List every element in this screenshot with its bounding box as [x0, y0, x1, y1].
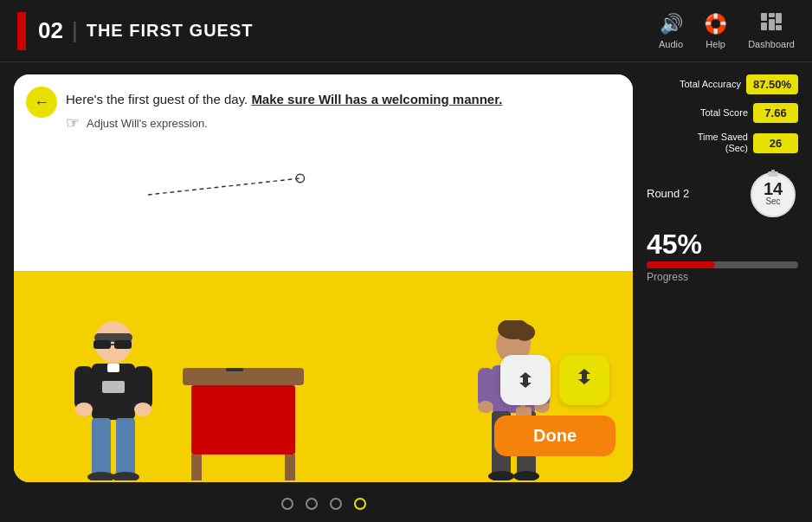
svg-point-21 [87, 472, 115, 480]
gaze-line [148, 169, 313, 221]
expression-down-button[interactable] [500, 355, 551, 405]
main-instruction: Here's the first guest of the day. Make … [66, 90, 615, 108]
svg-rect-25 [191, 385, 295, 454]
accuracy-label: Total Accuracy [647, 79, 741, 90]
progress-bar-fill [647, 261, 715, 268]
audio-icon: 🔊 [660, 13, 683, 35]
svg-point-17 [75, 403, 93, 416]
svg-marker-46 [519, 376, 532, 388]
right-panel: Total Accuracy 87.50% Total Score 7.66 T… [647, 74, 798, 513]
svg-rect-11 [114, 340, 132, 349]
svg-rect-4 [769, 19, 775, 30]
timer-row: Round 2 14 Sec [647, 168, 798, 218]
accuracy-row: Total Accuracy 87.50% [647, 74, 798, 94]
round-label: Round 2 [647, 187, 689, 200]
svg-rect-14 [107, 364, 119, 372]
svg-rect-5 [776, 25, 782, 30]
svg-rect-2 [776, 13, 782, 23]
progress-label: Progress [647, 271, 688, 283]
time-saved-row: Time Saved(Sec) 26 [647, 132, 798, 154]
svg-point-37 [478, 401, 493, 413]
svg-rect-51 [771, 170, 775, 173]
round-number: 14 [764, 180, 783, 197]
lesson-title: THE FIRST GUEST [87, 21, 659, 41]
svg-marker-48 [578, 369, 590, 381]
hand-pointer-icon: ☞ [66, 113, 80, 132]
audio-label: Audio [659, 39, 683, 49]
main-content: ← Here's the first guest of the day. Mak… [0, 62, 812, 522]
pagination [14, 491, 633, 513]
svg-rect-0 [761, 13, 767, 21]
svg-line-6 [148, 178, 300, 195]
progress-bar [647, 261, 798, 268]
time-saved-label: Time Saved(Sec) [647, 132, 748, 154]
header-divider: | [72, 17, 78, 44]
svg-rect-10 [93, 340, 111, 349]
nav-audio[interactable]: 🔊 Audio [659, 13, 683, 49]
header-nav: 🔊 Audio 🛟 Help Dashboard [659, 13, 795, 49]
expression-up-button[interactable] [559, 355, 609, 405]
back-button[interactable]: ← [26, 87, 57, 118]
svg-rect-26 [191, 454, 202, 480]
score-row: Total Score 7.66 [647, 103, 798, 123]
svg-rect-27 [285, 454, 295, 480]
score-value: 7.66 [753, 103, 798, 123]
svg-rect-19 [92, 418, 111, 477]
worker-character [66, 316, 161, 480]
arrow-up-icon [575, 369, 594, 392]
scene-white-bg [14, 141, 633, 271]
help-label: Help [706, 39, 725, 49]
arrow-buttons [500, 355, 609, 405]
svg-rect-23 [102, 381, 125, 393]
dashboard-label: Dashboard [748, 39, 795, 49]
pagination-dot-4[interactable] [354, 498, 366, 510]
svg-point-33 [514, 324, 535, 341]
svg-rect-20 [116, 418, 135, 477]
time-saved-value: 26 [753, 133, 798, 153]
svg-point-18 [134, 403, 151, 416]
scene-illustration: Done [14, 141, 633, 482]
header: 02 | THE FIRST GUEST 🔊 Audio 🛟 Help Da [0, 0, 812, 62]
sub-instruction: ☞ Adjust Will's expression. [66, 113, 615, 132]
svg-rect-3 [761, 23, 767, 30]
dashboard-icon [761, 13, 782, 35]
scene-area: ← Here's the first guest of the day. Mak… [14, 74, 633, 513]
instruction-part2: Make sure Will has a welcoming manner. [251, 92, 502, 106]
pagination-dot-3[interactable] [330, 498, 342, 510]
progress-section: 45% Progress [647, 230, 798, 284]
nav-dashboard[interactable]: Dashboard [748, 13, 795, 49]
progress-percent: 45% [647, 229, 702, 260]
pagination-dot-2[interactable] [306, 498, 318, 510]
svg-rect-30 [226, 368, 243, 371]
svg-point-22 [112, 472, 139, 480]
instruction-part1: Here's the first guest of the day. [66, 92, 248, 106]
sub-instruction-text: Adjust Will's expression. [87, 117, 208, 130]
help-icon: 🛟 [704, 13, 727, 35]
nav-help[interactable]: 🛟 Help [704, 13, 727, 49]
svg-rect-1 [769, 13, 775, 17]
arrow-down-icon [516, 369, 535, 392]
controls-area: Done [494, 355, 615, 456]
scene-card: ← Here's the first guest of the day. Mak… [14, 74, 633, 482]
accuracy-value: 87.50% [746, 74, 798, 94]
pagination-dot-1[interactable] [281, 498, 293, 510]
scene-instructions: Here's the first guest of the day. Make … [14, 74, 633, 141]
back-icon: ← [34, 93, 49, 112]
score-label: Total Score [647, 107, 748, 119]
round-unit: Sec [764, 197, 783, 206]
timer-display: 14 Sec [764, 180, 783, 206]
done-button[interactable]: Done [494, 416, 615, 456]
lesson-number: 02 [38, 17, 63, 44]
counter [183, 368, 304, 480]
timer-circle: 14 Sec [748, 168, 798, 218]
header-red-accent [17, 12, 26, 50]
